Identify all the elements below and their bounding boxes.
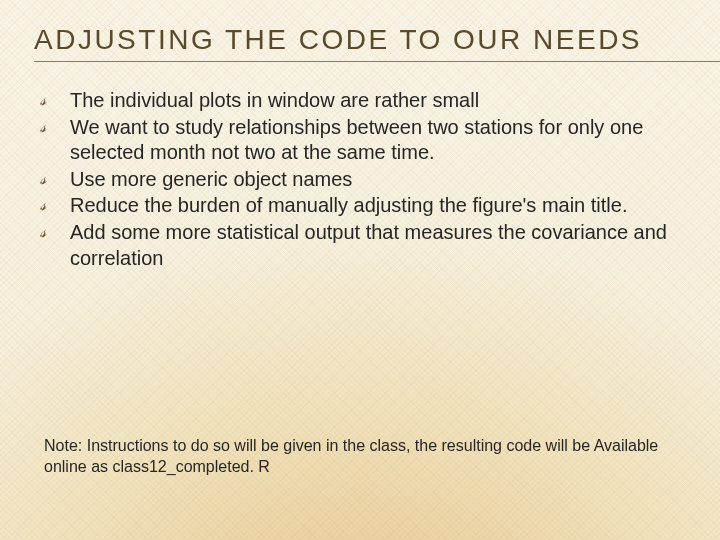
- list-item: 𝓈 Use more generic object names: [40, 167, 686, 193]
- bullet-list: 𝓈 The individual plots in window are rat…: [34, 88, 686, 271]
- bullet-icon: 𝓈: [40, 170, 60, 188]
- bullet-text: Reduce the burden of manually adjusting …: [70, 194, 627, 216]
- slide: ADJUSTING THE CODE TO OUR NEEDS 𝓈 The in…: [0, 0, 720, 540]
- list-item: 𝓈 Reduce the burden of manually adjustin…: [40, 193, 686, 219]
- list-item: 𝓈 We want to study relationships between…: [40, 115, 686, 166]
- bullet-icon: 𝓈: [40, 196, 60, 214]
- bullet-icon: 𝓈: [40, 91, 60, 109]
- list-item: 𝓈 Add some more statistical output that …: [40, 220, 686, 271]
- bullet-text: Add some more statistical output that me…: [70, 221, 667, 269]
- bullet-icon: 𝓈: [40, 118, 60, 136]
- footer-note: Note: Instructions to do so will be give…: [44, 436, 676, 478]
- bullet-icon: 𝓈: [40, 223, 60, 241]
- list-item: 𝓈 The individual plots in window are rat…: [40, 88, 686, 114]
- slide-title: ADJUSTING THE CODE TO OUR NEEDS: [34, 24, 686, 62]
- bullet-text: The individual plots in window are rathe…: [70, 89, 479, 111]
- bullet-text: We want to study relationships between t…: [70, 116, 643, 164]
- bullet-text: Use more generic object names: [70, 168, 352, 190]
